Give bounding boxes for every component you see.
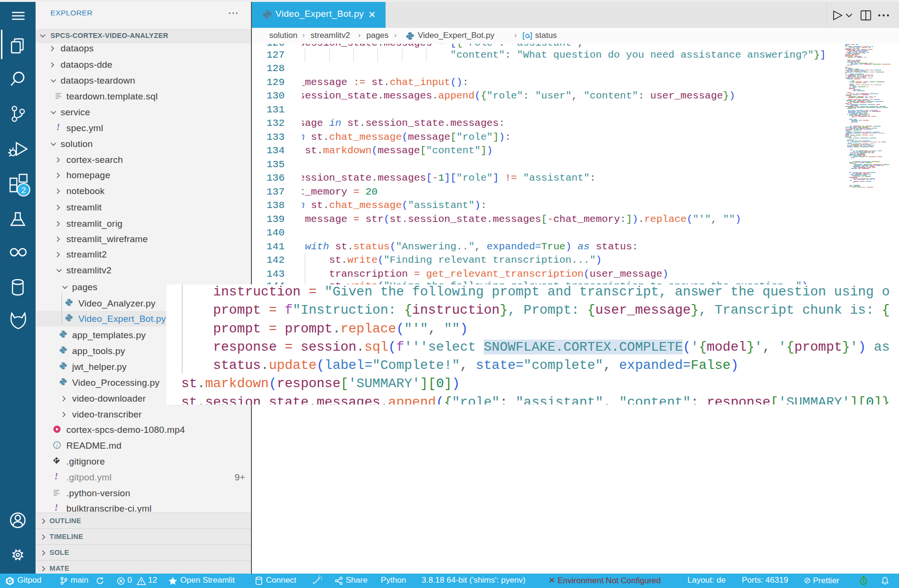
svg-text:2: 2 [21, 186, 25, 195]
svg-text:i: i [56, 442, 58, 448]
svg-text:!: ! [54, 504, 58, 512]
svg-text:!: ! [56, 123, 60, 132]
svg-text:!: ! [54, 473, 58, 481]
